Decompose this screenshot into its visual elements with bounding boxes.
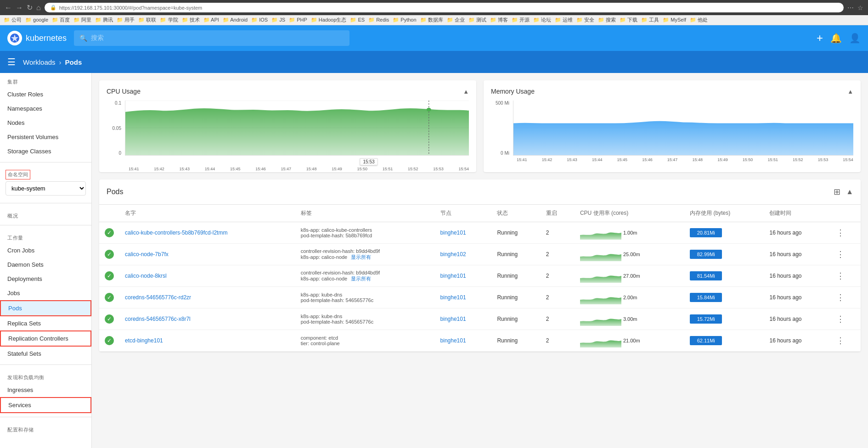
node-link[interactable]: binghe102 <box>440 251 466 258</box>
notification-icon[interactable]: 🔔 <box>830 33 842 44</box>
bookmark-ios[interactable]: 📁 IOS <box>251 17 268 23</box>
home-button[interactable]: ⌂ <box>36 4 41 12</box>
add-icon[interactable]: + <box>817 32 823 45</box>
bookmark-tech[interactable]: 📁 技术 <box>182 17 200 23</box>
sidebar-item-cron-jobs[interactable]: Cron Jobs <box>0 243 91 258</box>
sidebar-item-replica-sets[interactable]: Replica Sets <box>0 316 91 330</box>
bookmark-open-source[interactable]: 📁 开源 <box>512 17 530 23</box>
bookmark-yongshou[interactable]: 📁 用手 <box>117 17 135 23</box>
row-menu-button[interactable]: ⋮ <box>836 293 845 302</box>
bookmark-google[interactable]: 📁 google <box>25 17 48 23</box>
cpu-chart-svg <box>125 101 469 155</box>
url-bar[interactable]: 🔒 https://192.168.175.101:30000/#/pod?na… <box>45 3 844 12</box>
divider-5 <box>0 417 91 417</box>
row-menu-button[interactable]: ⋮ <box>836 228 845 237</box>
bookmark-ali[interactable]: 📁 阿里 <box>73 17 91 23</box>
bookmark-myself[interactable]: 📁 MySelf <box>663 17 686 23</box>
collapse-icon[interactable]: ▲ <box>846 188 853 196</box>
back-button[interactable]: ← <box>5 4 12 12</box>
bookmark-es[interactable]: 📁 ES <box>350 17 365 23</box>
pods-table-head: 名字 标签 节点 状态 重启 CPU 使用率 (cores) 内存使用 (byt… <box>99 205 861 222</box>
bookmark-tools[interactable]: 📁 工具 <box>641 17 659 23</box>
extensions-icon[interactable]: ⋯ <box>847 4 854 11</box>
pod-name-link[interactable]: calico-node-7b7fx <box>125 251 169 258</box>
sidebar-item-cluster-roles[interactable]: Cluster Roles <box>0 87 91 101</box>
bookmark-blog[interactable]: 📁 博客 <box>490 17 508 23</box>
sidebar-item-replication-controllers[interactable]: Replication Controllers <box>0 330 91 347</box>
col-header-name <box>99 205 119 222</box>
cpu-chart-collapse[interactable]: ▲ <box>463 88 469 95</box>
memory-bar: 15.84Mi <box>690 293 722 302</box>
user-avatar[interactable]: 👤 <box>849 33 861 44</box>
pod-name-link[interactable]: coredns-546565776c-rd2zr <box>125 294 191 301</box>
node-link[interactable]: binghe101 <box>440 294 466 301</box>
sidebar-item-deployments[interactable]: Deployments <box>0 272 91 286</box>
bookmark-python[interactable]: 📁 Python <box>393 17 416 23</box>
bookmark-ops[interactable]: 📁 运维 <box>555 17 573 23</box>
sidebar-item-daemon-sets[interactable]: Daemon Sets <box>0 258 91 272</box>
cpu-y-label-high: 0.1 <box>107 101 121 106</box>
bookmark-xueyuan[interactable]: 📁 学院 <box>160 17 178 23</box>
bookmark-company[interactable]: 📁 公司 <box>4 17 22 23</box>
node-cell: binghe101 <box>435 308 492 330</box>
bookmark-lianke[interactable]: 📁 联联 <box>138 17 156 23</box>
bookmark-test[interactable]: 📁 测试 <box>468 17 486 23</box>
cpu-tooltip: 15:53 <box>360 158 378 165</box>
row-menu-button[interactable]: ⋮ <box>836 336 845 345</box>
bookmark-android[interactable]: 📁 Android <box>223 17 248 23</box>
sidebar-item-stateful-sets[interactable]: Stateful Sets <box>0 347 91 361</box>
sidebar-item-persistent-volumes[interactable]: Persistent Volumes <box>0 130 91 144</box>
labels-cell: component: etcd tier: control-plane <box>295 330 435 352</box>
forward-button[interactable]: → <box>16 4 23 12</box>
row-menu-button[interactable]: ⋮ <box>836 271 845 280</box>
menu-icon[interactable]: ☰ <box>7 56 16 67</box>
show-all-link[interactable]: 显示所有 <box>351 254 371 261</box>
sidebar-item-storage-classes[interactable]: Storage Classes <box>0 144 91 158</box>
bookmark-baidu[interactable]: 📁 百度 <box>52 17 70 23</box>
memory-bar: 62.11Mi <box>690 336 722 345</box>
tag-1: k8s-app: calico-kube-controllers <box>301 227 429 233</box>
node-cell: binghe101 <box>435 330 492 352</box>
bookmark-download[interactable]: 📁 下载 <box>620 17 637 23</box>
workloads-breadcrumb[interactable]: Workloads <box>23 58 56 66</box>
sidebar-item-namespaces[interactable]: Namespaces <box>0 101 91 116</box>
labels-cell: k8s-app: kube-dns pod-template-hash: 546… <box>295 287 435 308</box>
node-link[interactable]: binghe101 <box>440 316 466 322</box>
bookmark-hadoop[interactable]: 📁 Hadoop生态 <box>311 17 347 23</box>
bookmark-forum[interactable]: 📁 论坛 <box>533 17 551 23</box>
sidebar-item-services[interactable]: Services <box>0 397 91 413</box>
sidebar-item-jobs[interactable]: Jobs <box>0 286 91 300</box>
bookmark-redis[interactable]: 📁 Redis <box>368 17 389 23</box>
show-all-link[interactable]: 显示所有 <box>351 275 371 282</box>
row-menu-button[interactable]: ⋮ <box>836 250 845 259</box>
bookmark-security[interactable]: 📁 安全 <box>576 17 594 23</box>
pod-name-link[interactable]: calico-node-8krsl <box>125 273 167 279</box>
sidebar-item-ingresses[interactable]: Ingresses <box>0 383 91 397</box>
bookmark-search[interactable]: 📁 搜索 <box>598 17 616 23</box>
bookmark-database[interactable]: 📁 数据库 <box>420 17 443 23</box>
node-link[interactable]: binghe101 <box>440 230 466 236</box>
memory-bar: 20.81Mi <box>690 228 722 237</box>
bookmark-other[interactable]: 📁 他处 <box>690 17 708 23</box>
table-row: ✓ etcd-binghe101 component: etcd tier: c… <box>99 330 861 352</box>
search-bar[interactable]: 🔍 搜索 <box>74 30 349 46</box>
pod-name-link[interactable]: coredns-546565776c-x8r7l <box>125 316 191 322</box>
memory-chart-collapse[interactable]: ▲ <box>847 88 853 95</box>
star-icon[interactable]: ☆ <box>857 4 863 11</box>
sidebar-item-nodes[interactable]: Nodes <box>0 116 91 130</box>
tag-1: controller-revision-hash: b9dd4bd9f <box>301 248 429 254</box>
bookmark-js[interactable]: 📁 JS <box>271 17 285 23</box>
bookmark-api[interactable]: 📁 API <box>203 17 219 23</box>
refresh-button[interactable]: ↻ <box>27 3 33 12</box>
bookmark-tencent[interactable]: 📁 腾讯 <box>95 17 113 23</box>
filter-icon[interactable]: ⊞ <box>834 187 840 197</box>
sidebar-item-pods[interactable]: Pods <box>0 300 91 316</box>
bookmark-php[interactable]: 📁 PHP <box>289 17 307 23</box>
namespace-dropdown[interactable]: kube-system default all <box>6 181 86 196</box>
pod-name-link[interactable]: etcd-binghe101 <box>125 337 163 344</box>
pod-name-link[interactable]: calico-kube-controllers-5b8b769fcd-l2tmm <box>125 230 227 236</box>
node-link[interactable]: binghe101 <box>440 337 466 344</box>
bookmark-enterprise[interactable]: 📁 企业 <box>447 17 465 23</box>
row-menu-button[interactable]: ⋮ <box>836 314 845 324</box>
node-link[interactable]: binghe101 <box>440 273 466 279</box>
